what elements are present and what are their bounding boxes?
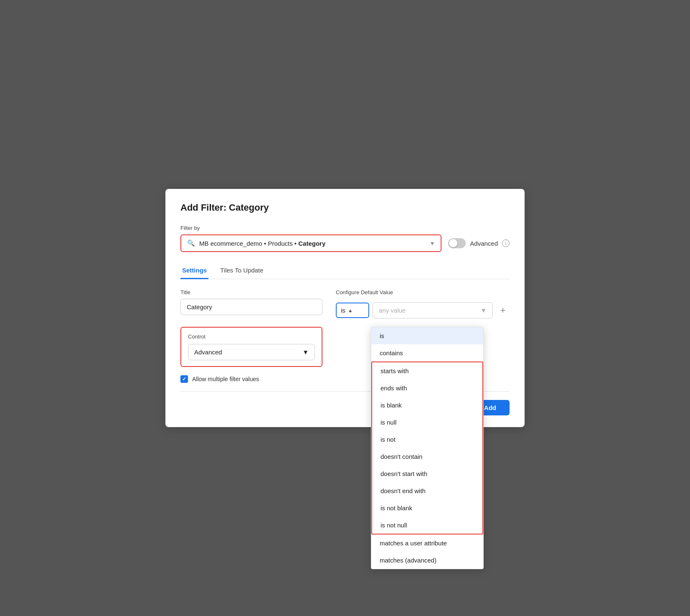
operator-chevron-icon: ▲ bbox=[348, 308, 353, 313]
advanced-toggle-area: Advanced i bbox=[448, 238, 510, 248]
dropdown-item-doesnt-contain[interactable]: doesn't contain bbox=[372, 448, 482, 465]
dropdown-red-group: starts with ends with is blank is null i… bbox=[371, 361, 483, 535]
dropdown-item-is[interactable]: is bbox=[371, 327, 483, 344]
operator-dropdown: is contains starts with ends with is bla… bbox=[371, 327, 484, 569]
title-field-group: Title bbox=[180, 289, 322, 315]
settings-row: Title Configure Default Value is ▲ any v… bbox=[180, 289, 510, 318]
dropdown-item-starts-with[interactable]: starts with bbox=[372, 362, 482, 379]
add-value-button[interactable]: + bbox=[496, 304, 510, 317]
value-chevron-icon: ▼ bbox=[480, 307, 487, 314]
value-select[interactable]: any value ▼ bbox=[373, 302, 493, 318]
search-icon: 🔍 bbox=[187, 239, 195, 247]
checkmark-icon: ✓ bbox=[182, 376, 186, 382]
dropdown-item-is-blank[interactable]: is blank bbox=[372, 397, 482, 414]
dropdown-item-matches-user-attr[interactable]: matches a user attribute bbox=[371, 535, 483, 552]
tab-tiles-to-update[interactable]: Tiles To Update bbox=[218, 262, 265, 279]
chevron-down-icon: ▼ bbox=[429, 240, 435, 247]
value-placeholder: any value bbox=[379, 307, 406, 314]
tab-settings[interactable]: Settings bbox=[180, 262, 208, 279]
title-input[interactable] bbox=[180, 299, 322, 315]
control-select[interactable]: Advanced ▼ bbox=[188, 344, 315, 360]
filter-by-row: 🔍 MB ecommerce_demo • Products • Categor… bbox=[180, 234, 510, 252]
dropdown-item-is-not[interactable]: is not bbox=[372, 431, 482, 448]
advanced-label: Advanced bbox=[470, 240, 498, 247]
filter-by-text: MB ecommerce_demo • Products • Category bbox=[199, 240, 425, 247]
filter-by-select[interactable]: 🔍 MB ecommerce_demo • Products • Categor… bbox=[180, 234, 441, 252]
control-chevron-icon: ▼ bbox=[302, 349, 309, 356]
control-box: Control Advanced ▼ bbox=[180, 327, 322, 367]
advanced-toggle[interactable] bbox=[448, 238, 466, 248]
dialog-title: Add Filter: Category bbox=[180, 202, 510, 213]
dropdown-item-contains[interactable]: contains bbox=[371, 344, 483, 361]
dropdown-item-matches-advanced[interactable]: matches (advanced) bbox=[371, 552, 483, 569]
configure-label: Configure Default Value bbox=[336, 289, 510, 295]
multiple-values-label: Allow multiple filter values bbox=[192, 376, 259, 382]
control-value: Advanced bbox=[194, 349, 222, 356]
filter-by-label: Filter by bbox=[180, 225, 510, 231]
dropdown-item-is-not-blank[interactable]: is not blank bbox=[372, 499, 482, 517]
dropdown-item-is-null[interactable]: is null bbox=[372, 414, 482, 431]
operator-value: is bbox=[341, 307, 345, 314]
dropdown-item-doesnt-start-with[interactable]: doesn't start with bbox=[372, 465, 482, 482]
multiple-values-checkbox[interactable]: ✓ bbox=[180, 375, 188, 383]
operator-select[interactable]: is ▲ bbox=[336, 303, 369, 318]
title-label: Title bbox=[180, 289, 322, 295]
dropdown-item-doesnt-end-with[interactable]: doesn't end with bbox=[372, 482, 482, 499]
control-label: Control bbox=[188, 333, 315, 340]
info-icon[interactable]: i bbox=[502, 239, 510, 247]
toggle-knob bbox=[449, 239, 457, 247]
dropdown-item-is-not-null[interactable]: is not null bbox=[372, 517, 482, 534]
dropdown-item-ends-with[interactable]: ends with bbox=[372, 379, 482, 397]
configure-row: is ▲ any value ▼ + bbox=[336, 302, 510, 318]
tabs: Settings Tiles To Update bbox=[180, 262, 510, 279]
configure-field-group: Configure Default Value is ▲ any value ▼… bbox=[336, 289, 510, 318]
add-filter-dialog: Add Filter: Category Filter by 🔍 MB ecom… bbox=[165, 189, 525, 427]
